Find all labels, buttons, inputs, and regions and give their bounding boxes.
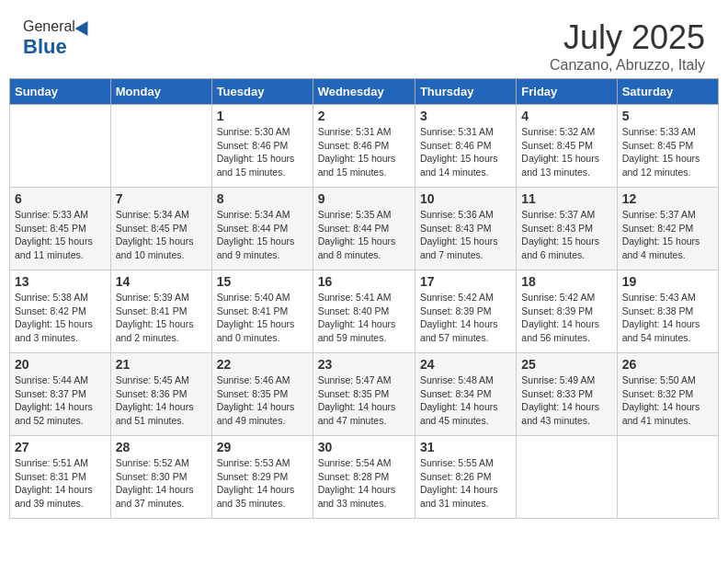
day-number: 31: [420, 440, 511, 454]
week-row: 27Sunrise: 5:51 AM Sunset: 8:31 PM Dayli…: [10, 436, 719, 519]
day-number: 9: [318, 191, 410, 206]
header-wednesday: Wednesday: [313, 79, 415, 105]
day-info: Sunrise: 5:51 AM Sunset: 8:31 PM Dayligh…: [15, 456, 106, 511]
day-info: Sunrise: 5:42 AM Sunset: 8:39 PM Dayligh…: [420, 291, 511, 345]
calendar-cell: [517, 436, 617, 519]
day-number: 4: [521, 109, 611, 123]
calendar-cell: 23Sunrise: 5:47 AM Sunset: 8:35 PM Dayli…: [313, 353, 415, 436]
week-row: 13Sunrise: 5:38 AM Sunset: 8:42 PM Dayli…: [10, 270, 719, 353]
day-number: 1: [217, 109, 308, 123]
day-number: 25: [521, 357, 611, 372]
day-info: Sunrise: 5:30 AM Sunset: 8:46 PM Dayligh…: [217, 125, 308, 179]
header-monday: Monday: [110, 79, 211, 105]
calendar-cell: 1Sunrise: 5:30 AM Sunset: 8:46 PM Daylig…: [211, 105, 313, 188]
logo-icon: [74, 17, 94, 36]
day-info: Sunrise: 5:41 AM Sunset: 8:40 PM Dayligh…: [318, 291, 410, 345]
calendar-cell: 26Sunrise: 5:50 AM Sunset: 8:32 PM Dayli…: [617, 353, 718, 436]
calendar-cell: 4Sunrise: 5:32 AM Sunset: 8:45 PM Daylig…: [517, 105, 617, 188]
calendar-cell: 17Sunrise: 5:42 AM Sunset: 8:39 PM Dayli…: [415, 270, 516, 353]
calendar-cell: 31Sunrise: 5:55 AM Sunset: 8:26 PM Dayli…: [415, 436, 516, 519]
week-row: 1Sunrise: 5:30 AM Sunset: 8:46 PM Daylig…: [10, 105, 719, 188]
week-row: 20Sunrise: 5:44 AM Sunset: 8:37 PM Dayli…: [10, 353, 719, 436]
day-number: 2: [318, 109, 410, 123]
day-number: 24: [420, 357, 511, 372]
day-info: Sunrise: 5:54 AM Sunset: 8:28 PM Dayligh…: [318, 456, 410, 511]
day-info: Sunrise: 5:42 AM Sunset: 8:39 PM Dayligh…: [521, 291, 611, 345]
calendar-cell: 22Sunrise: 5:46 AM Sunset: 8:35 PM Dayli…: [211, 353, 313, 436]
day-info: Sunrise: 5:33 AM Sunset: 8:45 PM Dayligh…: [15, 208, 106, 262]
day-number: 15: [217, 274, 308, 289]
day-info: Sunrise: 5:50 AM Sunset: 8:32 PM Dayligh…: [622, 373, 713, 428]
day-number: 19: [622, 274, 713, 289]
calendar-cell: 3Sunrise: 5:31 AM Sunset: 8:46 PM Daylig…: [415, 105, 516, 188]
day-number: 20: [15, 357, 106, 372]
calendar-cell: 29Sunrise: 5:53 AM Sunset: 8:29 PM Dayli…: [211, 436, 313, 519]
week-row: 6Sunrise: 5:33 AM Sunset: 8:45 PM Daylig…: [10, 188, 719, 270]
day-number: 30: [318, 440, 410, 454]
calendar-cell: 6Sunrise: 5:33 AM Sunset: 8:45 PM Daylig…: [10, 188, 111, 270]
day-info: Sunrise: 5:47 AM Sunset: 8:35 PM Dayligh…: [318, 373, 410, 428]
day-number: 7: [116, 191, 207, 206]
page-title: July 2025: [550, 18, 705, 57]
calendar-cell: 11Sunrise: 5:37 AM Sunset: 8:43 PM Dayli…: [517, 188, 617, 270]
day-number: 26: [622, 357, 713, 372]
calendar-cell: 18Sunrise: 5:42 AM Sunset: 8:39 PM Dayli…: [517, 270, 617, 353]
calendar-cell: 20Sunrise: 5:44 AM Sunset: 8:37 PM Dayli…: [10, 353, 111, 436]
calendar-header-row: SundayMondayTuesdayWednesdayThursdayFrid…: [10, 79, 719, 105]
calendar-cell: [617, 436, 718, 519]
day-info: Sunrise: 5:35 AM Sunset: 8:44 PM Dayligh…: [318, 208, 410, 262]
logo: General Blue: [23, 18, 92, 59]
calendar-cell: 21Sunrise: 5:45 AM Sunset: 8:36 PM Dayli…: [110, 353, 211, 436]
day-info: Sunrise: 5:46 AM Sunset: 8:35 PM Dayligh…: [217, 373, 308, 428]
header-friday: Friday: [517, 79, 617, 105]
day-number: 21: [116, 357, 207, 372]
calendar-cell: 28Sunrise: 5:52 AM Sunset: 8:30 PM Dayli…: [110, 436, 211, 519]
calendar-cell: 14Sunrise: 5:39 AM Sunset: 8:41 PM Dayli…: [110, 270, 211, 353]
header-tuesday: Tuesday: [211, 79, 313, 105]
calendar-cell: 13Sunrise: 5:38 AM Sunset: 8:42 PM Dayli…: [10, 270, 111, 353]
day-number: 10: [420, 191, 511, 206]
day-number: 23: [318, 357, 410, 372]
day-info: Sunrise: 5:39 AM Sunset: 8:41 PM Dayligh…: [116, 291, 207, 345]
day-info: Sunrise: 5:40 AM Sunset: 8:41 PM Dayligh…: [217, 291, 308, 345]
calendar-cell: 27Sunrise: 5:51 AM Sunset: 8:31 PM Dayli…: [10, 436, 111, 519]
day-info: Sunrise: 5:52 AM Sunset: 8:30 PM Dayligh…: [116, 456, 207, 511]
header-saturday: Saturday: [617, 79, 718, 105]
day-info: Sunrise: 5:34 AM Sunset: 8:45 PM Dayligh…: [116, 208, 207, 262]
day-number: 6: [15, 191, 106, 206]
day-info: Sunrise: 5:48 AM Sunset: 8:34 PM Dayligh…: [420, 373, 511, 428]
day-number: 12: [622, 191, 713, 206]
day-number: 14: [116, 274, 207, 289]
day-info: Sunrise: 5:33 AM Sunset: 8:45 PM Dayligh…: [622, 125, 713, 179]
calendar-cell: 8Sunrise: 5:34 AM Sunset: 8:44 PM Daylig…: [211, 188, 313, 270]
day-info: Sunrise: 5:32 AM Sunset: 8:45 PM Dayligh…: [521, 125, 611, 179]
day-info: Sunrise: 5:36 AM Sunset: 8:43 PM Dayligh…: [420, 208, 511, 262]
header-thursday: Thursday: [415, 79, 516, 105]
calendar-cell: 19Sunrise: 5:43 AM Sunset: 8:38 PM Dayli…: [617, 270, 718, 353]
day-number: 18: [521, 274, 611, 289]
day-info: Sunrise: 5:44 AM Sunset: 8:37 PM Dayligh…: [15, 373, 106, 428]
day-info: Sunrise: 5:31 AM Sunset: 8:46 PM Dayligh…: [420, 125, 511, 179]
day-number: 8: [217, 191, 308, 206]
day-number: 11: [521, 191, 611, 206]
calendar-cell: 5Sunrise: 5:33 AM Sunset: 8:45 PM Daylig…: [617, 105, 718, 188]
day-number: 13: [15, 274, 106, 289]
day-number: 16: [318, 274, 410, 289]
calendar-cell: 10Sunrise: 5:36 AM Sunset: 8:43 PM Dayli…: [415, 188, 516, 270]
title-block: July 2025 Canzano, Abruzzo, Italy: [550, 18, 705, 74]
calendar-cell: 16Sunrise: 5:41 AM Sunset: 8:40 PM Dayli…: [313, 270, 415, 353]
day-info: Sunrise: 5:37 AM Sunset: 8:42 PM Dayligh…: [622, 208, 713, 262]
day-number: 29: [217, 440, 308, 454]
day-info: Sunrise: 5:45 AM Sunset: 8:36 PM Dayligh…: [116, 373, 207, 428]
day-info: Sunrise: 5:38 AM Sunset: 8:42 PM Dayligh…: [15, 291, 106, 345]
day-info: Sunrise: 5:31 AM Sunset: 8:46 PM Dayligh…: [318, 125, 410, 179]
page-header: General Blue July 2025 Canzano, Abruzzo,…: [9, 9, 719, 78]
day-info: Sunrise: 5:43 AM Sunset: 8:38 PM Dayligh…: [622, 291, 713, 345]
day-number: 3: [420, 109, 511, 123]
calendar-cell: 25Sunrise: 5:49 AM Sunset: 8:33 PM Dayli…: [517, 353, 617, 436]
logo-general-text: General: [23, 18, 75, 35]
calendar-cell: 15Sunrise: 5:40 AM Sunset: 8:41 PM Dayli…: [211, 270, 313, 353]
calendar-cell: [10, 105, 111, 188]
logo-blue-text: Blue: [23, 35, 67, 59]
day-number: 28: [116, 440, 207, 454]
